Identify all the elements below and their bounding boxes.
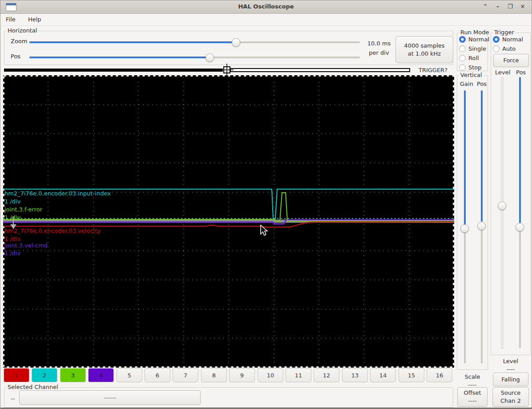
trigger-pos-slider-fill <box>519 77 521 223</box>
trigger-level-slider[interactable] <box>501 77 503 348</box>
trace-scale-input-index: 1 /div <box>4 198 20 205</box>
trigger-mode-auto[interactable]: Auto <box>493 45 516 52</box>
hal-oscilloscope-window: HAL Oscilloscope ⌃ – ❐ ✕ File Help Horiz… <box>0 0 532 409</box>
menu-help[interactable]: Help <box>23 14 47 24</box>
selected-channel-indicator: -- <box>11 395 15 402</box>
selected-channel-source-button[interactable]: ------ <box>19 390 201 405</box>
selected-channel-group-label: Selected Channel <box>6 384 60 390</box>
channel-button-14[interactable]: 14 <box>370 368 396 382</box>
channel-button-11[interactable]: 11 <box>286 368 311 382</box>
trace-scale-velocity: 1 /div <box>4 235 20 242</box>
horizontal-zoom-slider-handle[interactable] <box>232 38 240 47</box>
trigger-mode-normal[interactable]: Normal <box>493 36 523 43</box>
horizontal-group-label: Horizontal <box>6 27 38 34</box>
maximize-icon[interactable]: ❐ <box>506 1 515 12</box>
radio-selected-icon <box>459 36 466 43</box>
vertical-pos-slider-fill <box>481 90 483 222</box>
window-title: HAL Oscilloscope <box>0 3 532 10</box>
run-mode-normal[interactable]: Normal <box>459 36 489 43</box>
titlebar: HAL Oscilloscope ⌃ – ❐ ✕ <box>0 0 532 14</box>
trace-label-vel-cmd: joint.3.vel-cmd <box>4 242 48 249</box>
channel-button-16[interactable]: 16 <box>427 368 452 382</box>
channel-button-3[interactable]: 3 <box>60 368 86 382</box>
trigger-position-bar-empty[interactable] <box>230 68 410 72</box>
trace-scale-f-error: 1 /div <box>4 214 20 221</box>
trace-label-f-error: joint.3.f-error <box>4 206 42 213</box>
radio-selected-icon <box>493 36 500 43</box>
channel-button-12[interactable]: 12 <box>314 368 339 382</box>
trigger-level-readout: Level ---- <box>491 357 531 373</box>
run-mode-group: Run Mode Normal Single Roll Stop <box>457 32 488 71</box>
channel-button-5[interactable]: 5 <box>117 368 142 382</box>
trace-label-velocity: hm2_7i76e.0.encoder.03.velocity <box>4 227 101 234</box>
zoom-slider-label: Zoom <box>11 38 27 45</box>
trace-scale-vel-cmd: 1 /div <box>4 250 20 256</box>
channel-button-10[interactable]: 10 <box>258 368 283 382</box>
channel-button-15[interactable]: 15 <box>399 368 424 382</box>
channel-button-1[interactable]: 1 <box>4 368 29 382</box>
close-icon[interactable]: ✕ <box>518 1 527 12</box>
channel-button-13[interactable]: 13 <box>342 368 368 382</box>
vertical-gain-slider-handle[interactable] <box>460 224 469 233</box>
trigger-group: Trigger Normal Auto Force Level Pos <box>491 32 531 355</box>
trigger-pos-column-label: Pos <box>516 69 526 76</box>
run-mode-group-label: Run Mode <box>459 29 490 36</box>
trigger-source-button[interactable]: Source Chan 2 <box>492 387 529 407</box>
trigger-group-label: Trigger <box>493 29 516 36</box>
horizontal-pos-slider-fill <box>29 57 210 58</box>
scope-display: hm2_7i76e.0.encoder.03.input-index 1 /di… <box>3 75 454 368</box>
channel-button-6[interactable]: 6 <box>145 368 170 382</box>
channel-button-8[interactable]: 8 <box>201 368 227 382</box>
vertical-offset-button[interactable]: Offset ---- <box>457 387 488 407</box>
run-mode-roll[interactable]: Roll <box>459 55 479 61</box>
time-per-div-readout: 10.0 ms per div <box>363 39 395 57</box>
menubar: File Help <box>0 14 532 26</box>
menu-file[interactable]: File <box>0 14 21 24</box>
trigger-position-marker[interactable] <box>220 64 234 76</box>
radio-icon <box>459 55 466 61</box>
trace-label-input-index: hm2_7i76e.0.encoder.03.input-index <box>4 190 111 197</box>
vertical-gain-slider-fill <box>464 90 466 225</box>
trigger-level-column-label: Level <box>495 69 510 76</box>
vertical-group-label: Vertical <box>459 72 484 78</box>
run-mode-single[interactable]: Single <box>459 45 486 52</box>
trigger-pos-slider-handle[interactable] <box>516 223 524 231</box>
vertical-gain-label: Gain <box>460 81 473 87</box>
trace-f-error <box>3 193 454 222</box>
channel-button-7[interactable]: 7 <box>173 368 198 382</box>
radio-icon <box>459 64 466 71</box>
trigger-force-button[interactable]: Force <box>493 54 529 67</box>
run-mode-stop[interactable]: Stop <box>459 64 482 71</box>
trigger-position-bar-filled[interactable] <box>4 69 223 72</box>
radio-icon <box>493 45 500 52</box>
scope-canvas <box>3 75 454 368</box>
channel-button-9[interactable]: 9 <box>229 368 255 382</box>
channel-button-2[interactable]: 2 <box>32 368 57 382</box>
pos-slider-label: Pos <box>11 53 20 60</box>
record-length-button[interactable]: 4000 samples at 1.00 kHz <box>395 36 453 63</box>
horizontal-zoom-slider-fill <box>29 41 236 43</box>
trigger-status-label: TRIGGER? <box>412 67 454 73</box>
trigger-slope-button[interactable]: Falling <box>493 373 528 386</box>
vertical-scale-readout: Scale ---- <box>457 373 488 389</box>
trigger-level-slider-handle[interactable] <box>498 202 506 210</box>
vertical-pos-label: Pos <box>477 81 487 87</box>
vertical-pos-slider-handle[interactable] <box>477 222 486 230</box>
radio-icon <box>459 45 466 52</box>
minimize-icon[interactable]: – <box>493 1 502 12</box>
shade-icon[interactable]: ⌃ <box>481 1 490 12</box>
channel-button-4[interactable]: 4 <box>88 368 114 382</box>
horizontal-pos-slider-handle[interactable] <box>206 53 214 62</box>
